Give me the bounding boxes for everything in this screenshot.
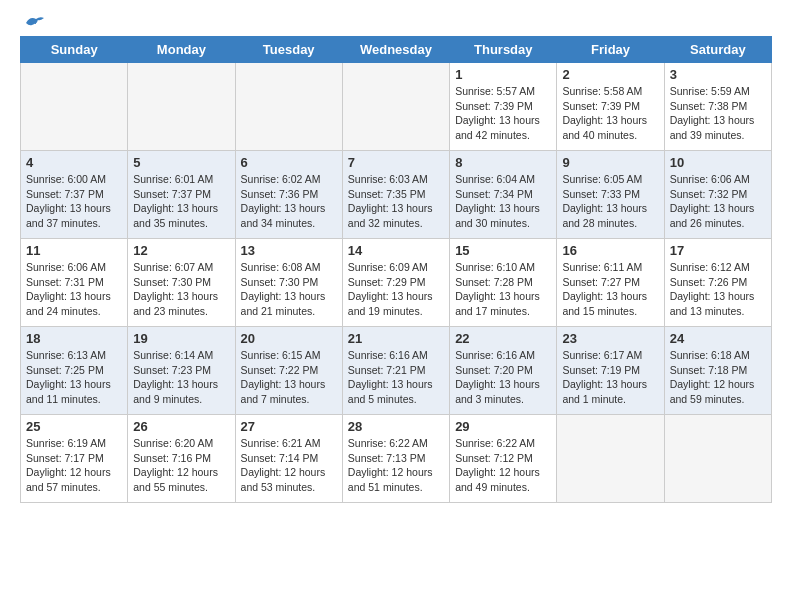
day-info: Sunrise: 6:14 AM Sunset: 7:23 PM Dayligh… xyxy=(133,348,229,407)
day-info: Sunrise: 6:22 AM Sunset: 7:12 PM Dayligh… xyxy=(455,436,551,495)
day-number: 28 xyxy=(348,419,444,434)
calendar-cell: 11Sunrise: 6:06 AM Sunset: 7:31 PM Dayli… xyxy=(21,239,128,327)
day-info: Sunrise: 6:02 AM Sunset: 7:36 PM Dayligh… xyxy=(241,172,337,231)
day-info: Sunrise: 6:04 AM Sunset: 7:34 PM Dayligh… xyxy=(455,172,551,231)
calendar-cell: 23Sunrise: 6:17 AM Sunset: 7:19 PM Dayli… xyxy=(557,327,664,415)
day-info: Sunrise: 6:22 AM Sunset: 7:13 PM Dayligh… xyxy=(348,436,444,495)
day-number: 5 xyxy=(133,155,229,170)
days-header-row: SundayMondayTuesdayWednesdayThursdayFrid… xyxy=(21,37,772,63)
day-number: 15 xyxy=(455,243,551,258)
day-info: Sunrise: 6:12 AM Sunset: 7:26 PM Dayligh… xyxy=(670,260,766,319)
day-info: Sunrise: 5:59 AM Sunset: 7:38 PM Dayligh… xyxy=(670,84,766,143)
day-header-thursday: Thursday xyxy=(450,37,557,63)
day-number: 6 xyxy=(241,155,337,170)
day-info: Sunrise: 6:10 AM Sunset: 7:28 PM Dayligh… xyxy=(455,260,551,319)
calendar-cell: 17Sunrise: 6:12 AM Sunset: 7:26 PM Dayli… xyxy=(664,239,771,327)
calendar-cell: 2Sunrise: 5:58 AM Sunset: 7:39 PM Daylig… xyxy=(557,63,664,151)
calendar-table: SundayMondayTuesdayWednesdayThursdayFrid… xyxy=(20,36,772,503)
calendar-cell: 21Sunrise: 6:16 AM Sunset: 7:21 PM Dayli… xyxy=(342,327,449,415)
calendar-cell: 16Sunrise: 6:11 AM Sunset: 7:27 PM Dayli… xyxy=(557,239,664,327)
calendar-cell xyxy=(235,63,342,151)
day-number: 17 xyxy=(670,243,766,258)
calendar-cell xyxy=(128,63,235,151)
day-info: Sunrise: 6:13 AM Sunset: 7:25 PM Dayligh… xyxy=(26,348,122,407)
calendar-week-row: 25Sunrise: 6:19 AM Sunset: 7:17 PM Dayli… xyxy=(21,415,772,503)
day-number: 12 xyxy=(133,243,229,258)
day-number: 7 xyxy=(348,155,444,170)
calendar-cell: 28Sunrise: 6:22 AM Sunset: 7:13 PM Dayli… xyxy=(342,415,449,503)
calendar-cell: 13Sunrise: 6:08 AM Sunset: 7:30 PM Dayli… xyxy=(235,239,342,327)
day-number: 10 xyxy=(670,155,766,170)
day-info: Sunrise: 6:16 AM Sunset: 7:21 PM Dayligh… xyxy=(348,348,444,407)
day-info: Sunrise: 6:18 AM Sunset: 7:18 PM Dayligh… xyxy=(670,348,766,407)
calendar-week-row: 11Sunrise: 6:06 AM Sunset: 7:31 PM Dayli… xyxy=(21,239,772,327)
day-number: 27 xyxy=(241,419,337,434)
calendar-cell: 20Sunrise: 6:15 AM Sunset: 7:22 PM Dayli… xyxy=(235,327,342,415)
day-number: 18 xyxy=(26,331,122,346)
day-number: 11 xyxy=(26,243,122,258)
day-number: 24 xyxy=(670,331,766,346)
day-number: 2 xyxy=(562,67,658,82)
day-number: 9 xyxy=(562,155,658,170)
day-header-wednesday: Wednesday xyxy=(342,37,449,63)
day-header-tuesday: Tuesday xyxy=(235,37,342,63)
calendar-cell: 6Sunrise: 6:02 AM Sunset: 7:36 PM Daylig… xyxy=(235,151,342,239)
day-number: 8 xyxy=(455,155,551,170)
day-info: Sunrise: 6:00 AM Sunset: 7:37 PM Dayligh… xyxy=(26,172,122,231)
day-info: Sunrise: 6:05 AM Sunset: 7:33 PM Dayligh… xyxy=(562,172,658,231)
day-number: 14 xyxy=(348,243,444,258)
day-header-sunday: Sunday xyxy=(21,37,128,63)
day-number: 4 xyxy=(26,155,122,170)
day-info: Sunrise: 6:16 AM Sunset: 7:20 PM Dayligh… xyxy=(455,348,551,407)
calendar-cell: 1Sunrise: 5:57 AM Sunset: 7:39 PM Daylig… xyxy=(450,63,557,151)
day-info: Sunrise: 6:11 AM Sunset: 7:27 PM Dayligh… xyxy=(562,260,658,319)
calendar-cell: 9Sunrise: 6:05 AM Sunset: 7:33 PM Daylig… xyxy=(557,151,664,239)
day-info: Sunrise: 6:21 AM Sunset: 7:14 PM Dayligh… xyxy=(241,436,337,495)
calendar-cell: 26Sunrise: 6:20 AM Sunset: 7:16 PM Dayli… xyxy=(128,415,235,503)
day-info: Sunrise: 6:09 AM Sunset: 7:29 PM Dayligh… xyxy=(348,260,444,319)
calendar-cell: 14Sunrise: 6:09 AM Sunset: 7:29 PM Dayli… xyxy=(342,239,449,327)
calendar-cell xyxy=(664,415,771,503)
calendar-cell: 15Sunrise: 6:10 AM Sunset: 7:28 PM Dayli… xyxy=(450,239,557,327)
day-number: 1 xyxy=(455,67,551,82)
day-header-friday: Friday xyxy=(557,37,664,63)
calendar-week-row: 4Sunrise: 6:00 AM Sunset: 7:37 PM Daylig… xyxy=(21,151,772,239)
day-info: Sunrise: 6:15 AM Sunset: 7:22 PM Dayligh… xyxy=(241,348,337,407)
day-header-saturday: Saturday xyxy=(664,37,771,63)
day-info: Sunrise: 5:58 AM Sunset: 7:39 PM Dayligh… xyxy=(562,84,658,143)
day-number: 16 xyxy=(562,243,658,258)
calendar-cell xyxy=(342,63,449,151)
day-info: Sunrise: 6:03 AM Sunset: 7:35 PM Dayligh… xyxy=(348,172,444,231)
day-info: Sunrise: 6:19 AM Sunset: 7:17 PM Dayligh… xyxy=(26,436,122,495)
calendar-cell: 7Sunrise: 6:03 AM Sunset: 7:35 PM Daylig… xyxy=(342,151,449,239)
day-number: 22 xyxy=(455,331,551,346)
day-info: Sunrise: 6:17 AM Sunset: 7:19 PM Dayligh… xyxy=(562,348,658,407)
calendar-cell: 27Sunrise: 6:21 AM Sunset: 7:14 PM Dayli… xyxy=(235,415,342,503)
calendar-cell xyxy=(21,63,128,151)
day-info: Sunrise: 6:08 AM Sunset: 7:30 PM Dayligh… xyxy=(241,260,337,319)
calendar-week-row: 18Sunrise: 6:13 AM Sunset: 7:25 PM Dayli… xyxy=(21,327,772,415)
day-info: Sunrise: 6:01 AM Sunset: 7:37 PM Dayligh… xyxy=(133,172,229,231)
calendar-cell: 29Sunrise: 6:22 AM Sunset: 7:12 PM Dayli… xyxy=(450,415,557,503)
day-number: 21 xyxy=(348,331,444,346)
calendar-cell: 18Sunrise: 6:13 AM Sunset: 7:25 PM Dayli… xyxy=(21,327,128,415)
calendar-cell: 10Sunrise: 6:06 AM Sunset: 7:32 PM Dayli… xyxy=(664,151,771,239)
day-header-monday: Monday xyxy=(128,37,235,63)
calendar-cell: 24Sunrise: 6:18 AM Sunset: 7:18 PM Dayli… xyxy=(664,327,771,415)
logo xyxy=(20,16,44,28)
day-number: 26 xyxy=(133,419,229,434)
day-number: 3 xyxy=(670,67,766,82)
logo-bird-icon xyxy=(22,14,44,32)
calendar-week-row: 1Sunrise: 5:57 AM Sunset: 7:39 PM Daylig… xyxy=(21,63,772,151)
calendar-cell: 25Sunrise: 6:19 AM Sunset: 7:17 PM Dayli… xyxy=(21,415,128,503)
day-number: 19 xyxy=(133,331,229,346)
calendar-cell xyxy=(557,415,664,503)
day-number: 29 xyxy=(455,419,551,434)
day-info: Sunrise: 5:57 AM Sunset: 7:39 PM Dayligh… xyxy=(455,84,551,143)
calendar-cell: 5Sunrise: 6:01 AM Sunset: 7:37 PM Daylig… xyxy=(128,151,235,239)
calendar-cell: 4Sunrise: 6:00 AM Sunset: 7:37 PM Daylig… xyxy=(21,151,128,239)
page-header xyxy=(20,16,772,28)
day-info: Sunrise: 6:06 AM Sunset: 7:31 PM Dayligh… xyxy=(26,260,122,319)
day-number: 23 xyxy=(562,331,658,346)
day-number: 13 xyxy=(241,243,337,258)
